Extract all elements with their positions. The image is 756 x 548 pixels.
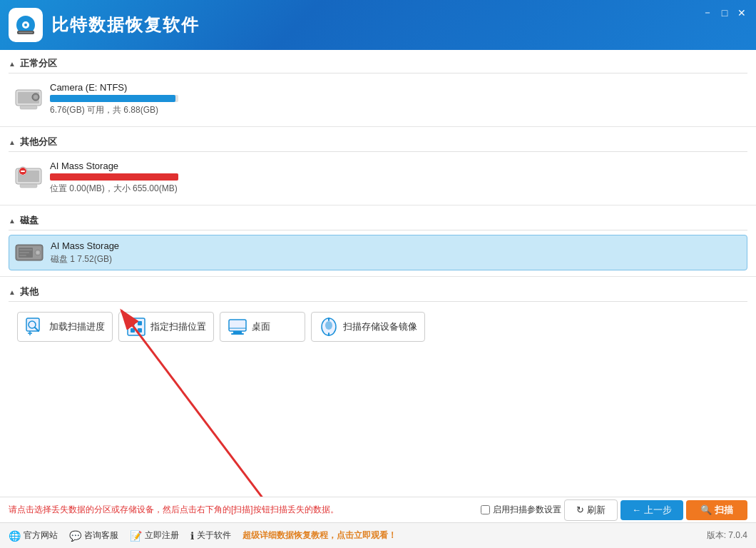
other-item-scan-image[interactable]: 扫描存储设备镜像 — [311, 312, 425, 342]
triangle-icon-3: ▲ — [9, 217, 16, 225]
hdd-icon — [15, 240, 44, 265]
other-header: ▲ 其他 — [9, 281, 747, 302]
official-website-label: 官方网站 — [24, 529, 58, 542]
svg-rect-31 — [138, 321, 142, 325]
camera-disk-info: Camera (E: NTFS) 6.76(GB) 可用，共 6.88(GB) — [50, 82, 742, 116]
scan-button[interactable]: 🔍 扫描 — [686, 500, 747, 520]
version-text: 版本: 7.0.4 — [707, 529, 747, 542]
section-other: ▲ 其他 加载扫描进度 — [0, 278, 756, 350]
svg-rect-23 — [19, 255, 26, 256]
main-content: ▲ 正常分区 Camera (E: NTFS) 6.76(GB) 可用，共 6.… — [0, 50, 756, 497]
svg-rect-29 — [128, 318, 145, 335]
minimize-button[interactable]: － — [702, 7, 713, 19]
other-partition-header: ▲ 其他分区 — [9, 131, 747, 152]
ai-mass-partition-details: 位置 0.00(MB)，大小 655.00(MB) — [50, 183, 742, 195]
camera-disk-name: Camera (E: NTFS) — [50, 82, 742, 93]
about-software-link[interactable]: ℹ 关于软件 — [190, 529, 231, 542]
scan-params-checkbox-label[interactable]: 启用扫描参数设置 — [481, 504, 561, 516]
ai-mass-disk-sub: 磁盘 1 7.52(GB) — [51, 253, 741, 265]
svg-rect-15 — [21, 171, 25, 172]
scan-button-icon: 🔍 — [700, 504, 712, 515]
triangle-icon: ▲ — [9, 60, 16, 68]
ai-mass-partition-info: AI Mass Storage 位置 0.00(MB)，大小 655.00(MB… — [50, 161, 742, 195]
refresh-label: 刷新 — [587, 504, 606, 517]
back-label: 上一步 — [644, 504, 672, 517]
camera-progress-fill — [50, 95, 175, 102]
scan-image-label: 扫描存储设备镜像 — [343, 320, 417, 333]
other-item-desktop[interactable]: 桌面 — [220, 312, 305, 342]
register-now-label: 立即注册 — [145, 529, 179, 542]
svg-rect-35 — [233, 331, 242, 333]
desktop-icon — [228, 317, 247, 337]
title-bar-controls: － □ ✕ — [702, 7, 747, 19]
ai-mass-partition-name: AI Mass Storage — [50, 161, 742, 171]
refresh-icon: ↻ — [576, 504, 584, 515]
svg-rect-12 — [20, 184, 37, 188]
svg-rect-4 — [19, 32, 33, 34]
disk-item-ai-mass-storage-disk[interactable]: AI Mass Storage 磁盘 1 7.52(GB) — [9, 235, 747, 270]
title-bar-left: 比特数据恢复软件 — [9, 8, 200, 42]
disk-item-ai-mass-storage-partition[interactable]: AI Mass Storage 位置 0.00(MB)，大小 655.00(MB… — [9, 156, 747, 199]
svg-rect-34 — [229, 320, 246, 331]
other-item-specify-location[interactable]: 指定扫描位置 — [118, 312, 214, 342]
other-label: 其他 — [20, 285, 39, 298]
refresh-button[interactable]: ↻ 刷新 — [564, 499, 618, 521]
section-other-partition: ▲ 其他分区 AI Mass Storage 位置 0.00(MB) — [0, 128, 756, 205]
scan-image-icon — [319, 317, 339, 337]
specify-location-label: 指定扫描位置 — [150, 320, 206, 333]
other-items-container: 加载扫描进度 指定扫描位置 — [9, 306, 747, 347]
app-icon — [9, 8, 43, 42]
camera-progress-container — [50, 95, 178, 102]
maximize-button[interactable]: □ — [719, 7, 730, 19]
svg-rect-30 — [131, 321, 135, 325]
consult-customer-link[interactable]: 💬 咨询客服 — [69, 529, 118, 542]
scan-params-label: 启用扫描参数设置 — [493, 504, 561, 516]
info-icon: ℹ — [190, 530, 194, 542]
promo-text: 超级详细数据恢复教程，点击立即观看！ — [242, 529, 397, 542]
camera-disk-details: 6.76(GB) 可用，共 6.88(GB) — [50, 104, 742, 116]
normal-partition-header: ▲ 正常分区 — [9, 53, 747, 73]
svg-point-20 — [36, 251, 39, 254]
desktop-label: 桌面 — [252, 320, 270, 333]
svg-point-39 — [325, 321, 332, 330]
triangle-icon-2: ▲ — [9, 138, 16, 146]
ai-mass-disk-info: AI Mass Storage 磁盘 1 7.52(GB) — [51, 240, 741, 265]
title-bar: 比特数据恢复软件 － □ ✕ — [0, 0, 756, 50]
scan-params-checkbox[interactable] — [481, 505, 490, 514]
ai-mass-progress-container — [50, 173, 178, 181]
consult-customer-label: 咨询客服 — [84, 529, 118, 542]
triangle-icon-4: ▲ — [9, 288, 16, 296]
official-website-link[interactable]: 🌐 官方网站 — [9, 529, 58, 542]
load-scan-label: 加载扫描进度 — [49, 320, 105, 333]
svg-rect-22 — [19, 252, 29, 253]
section-disk: ▲ 磁盘 AI Mass Storage 磁盘 1 7.52(GB) — [0, 207, 756, 276]
svg-rect-32 — [131, 328, 135, 333]
scan-button-label: 扫描 — [715, 504, 733, 517]
bottom-links: 🌐 官方网站 💬 咨询客服 📝 立即注册 ℹ 关于软件 超级详细数据恢复教程，点… — [9, 529, 397, 542]
status-text: 请点击选择丢失数据的分区或存储设备，然后点击右下角的[扫描]按钮扫描丢失的数据。 — [9, 504, 339, 516]
normal-partition-label: 正常分区 — [20, 57, 57, 70]
ai-mass-progress-fill — [50, 173, 178, 181]
svg-rect-21 — [19, 249, 32, 250]
svg-rect-33 — [138, 328, 142, 333]
close-button[interactable]: ✕ — [736, 7, 747, 19]
disk-header: ▲ 磁盘 — [9, 210, 747, 230]
bottom-toolbar: 🌐 官方网站 💬 咨询客服 📝 立即注册 ℹ 关于软件 超级详细数据恢复教程，点… — [0, 522, 756, 548]
register-icon: 📝 — [130, 530, 142, 542]
app-title: 比特数据恢复软件 — [51, 14, 200, 36]
other-partition-label: 其他分区 — [20, 136, 57, 148]
back-button[interactable]: ← 上一步 — [620, 500, 683, 520]
specify-location-icon — [126, 317, 146, 337]
back-arrow-icon: ← — [632, 504, 641, 515]
other-item-load-scan[interactable]: 加载扫描进度 — [17, 312, 113, 342]
register-now-link[interactable]: 📝 立即注册 — [130, 529, 179, 542]
about-software-label: 关于软件 — [197, 529, 231, 542]
ai-mass-disk-name: AI Mass Storage — [51, 240, 741, 251]
promo-link[interactable]: 超级详细数据恢复教程，点击立即观看！ — [242, 529, 397, 542]
disk-label: 磁盘 — [20, 214, 39, 227]
disk-item-camera[interactable]: Camera (E: NTFS) 6.76(GB) 可用，共 6.88(GB) — [9, 78, 747, 121]
globe-icon: 🌐 — [9, 530, 21, 542]
status-bar: 请点击选择丢失数据的分区或存储设备，然后点击右下角的[扫描]按钮扫描丢失的数据。… — [0, 497, 756, 522]
svg-point-9 — [34, 95, 38, 99]
ai-mass-red-icon — [14, 165, 43, 191]
